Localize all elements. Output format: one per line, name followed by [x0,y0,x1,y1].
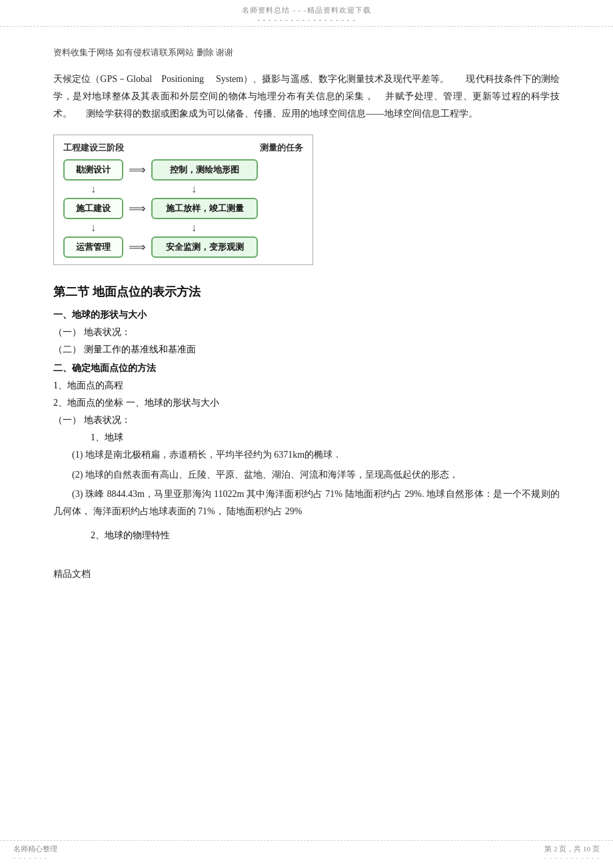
diagram-col1-title: 工程建设三阶段 [63,142,124,154]
diagram-box-2-right: 施工放样，竣工测量 [151,198,258,219]
header-dots: - - - - - - - - - - - - - - - - - - [257,15,356,23]
subsub-2-3-1: 1、地球 [53,432,560,444]
intro-text: 天候定位（GPS－Global Positioning System）、摄影与遥… [53,71,560,123]
down-arrow-right-2: ↓ [141,222,247,234]
diagram-arrow-3: ⟹ [129,240,146,254]
intro-line1: 天候定位（GPS－Global Positioning System）、摄影与遥… [53,74,560,119]
diagram-header: 工程建设三阶段 测量的任务 [63,142,303,154]
diagram-box-2-left: 施工建设 [63,198,123,219]
subsection-2: 二、确定地面点位的方法 [53,362,560,374]
diagram-box-3-left: 运营管理 [63,236,123,258]
diagram-row-1: 勘测设计 ⟹ 控制，测绘地形图 [63,159,303,181]
diagram-downarrows-1: ↓ ↓ [63,183,303,195]
down-arrow-left-1: ↓ [63,183,123,195]
diagram-box-1-right: 控制，测绘地形图 [151,159,258,181]
diagram-box-3-right: 安全监测，变形观测 [151,236,258,258]
page-header: 名师资料总结 - - -精品资料欢迎下载 - - - - - - - - - -… [0,0,613,27]
diagram-row-3: 运营管理 ⟹ 安全监测，变形观测 [63,236,303,258]
subsub-1-2: （二） 测量工作的基准线和基准面 [53,344,560,356]
subsection-1: 一、地球的形状与大小 [53,309,560,321]
body-item-p2: (2) 地球的自然表面有高山、丘陵、平原、盆地、湖泊、河流和海洋等，呈现高低起伏… [53,466,560,484]
diagram-row-2: 施工建设 ⟹ 施工放样，竣工测量 [63,198,303,219]
body-item-p1: (1) 地球是南北极稍扁，赤道稍长，平均半径约为 6371km的椭球． [53,446,560,464]
header-title: 名师资料总结 - - -精品资料欢迎下载 [242,6,370,14]
footer-right-label: 第 2 页，共 10 页 [544,845,600,853]
diagram-downarrows-2: ↓ ↓ [63,222,303,234]
subsub-2-3: （一） 地表状况： [53,414,560,426]
footer-left-label: 名师精心整理 [13,845,57,853]
diagram-container: 工程建设三阶段 测量的任务 勘测设计 ⟹ 控制，测绘地形图 ↓ ↓ 施工建设 ⟹… [53,135,313,265]
subsub-2-2: 2、地面点的坐标 一、地球的形状与大小 [53,397,560,409]
diagram-col2-title: 测量的任务 [260,142,303,154]
bottom-label: 精品文档 [53,568,560,580]
down-arrow-left-2: ↓ [63,222,123,234]
subsub-1-1: （一） 地表状况： [53,326,560,338]
page-footer: 名师精心整理 - - - - - - - 第 2 页，共 10 页 - - - … [0,840,613,861]
section2-title: 第二节 地面点位的表示方法 [53,284,560,300]
footer-left: 名师精心整理 - - - - - - - [13,844,57,861]
footer-right-dots: - - - - - - - - - - - [544,854,600,861]
diagram-box-1-left: 勘测设计 [63,159,123,181]
subsub-2-3-2: 2、地球的物理特性 [53,530,560,542]
body-item-p3: (3) 珠峰 8844.43m，马里亚那海沟 11022m 其中海洋面积约占 7… [53,486,560,520]
footer-right: 第 2 页，共 10 页 - - - - - - - - - - - [544,844,600,861]
watermark-note: 资料收集于网络 如有侵权请联系网站 删除 谢谢 [53,47,560,59]
down-arrow-right-1: ↓ [141,183,247,195]
footer-left-dots: - - - - - - - [13,854,57,861]
diagram-arrow-1: ⟹ [129,163,146,177]
subsub-2-1: 1、地面点的高程 [53,380,560,392]
diagram-arrow-2: ⟹ [129,201,146,216]
page-content: 资料收集于网络 如有侵权请联系网站 删除 谢谢 天候定位（GPS－Global … [0,27,613,620]
